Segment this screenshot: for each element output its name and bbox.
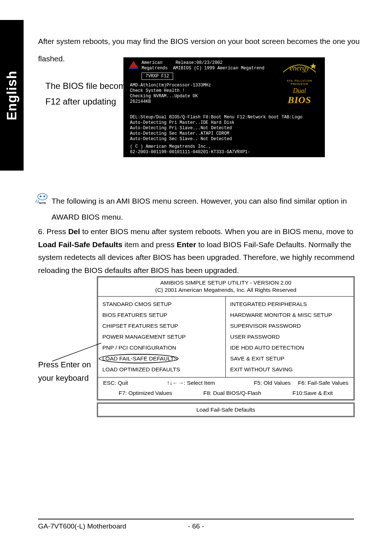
hint-arrows: ↑↓←→: Select Item xyxy=(167,380,215,386)
step-6-paragraph: 6. Press Del to enter BIOS menu after sy… xyxy=(38,225,358,277)
note-callout: NOTE The following is an AMI BIOS menu s… xyxy=(36,192,362,225)
ami-menu-prompt-box: Load Fail-Safe Defaults xyxy=(97,403,355,417)
footer-model: GA-7VT600(-L) Motherboard xyxy=(38,522,126,530)
ami-header-text: American Release:08/23/2002 Megatrends A… xyxy=(142,60,264,71)
bios-boot-screen: energy EPA POLLUTION PREVENTER Dual BIOS… xyxy=(123,57,325,157)
ami-menu-hints-2: F7: Optimized Values F8: Dual BIOS/Q-Fla… xyxy=(98,388,354,399)
ami-menu-right-col: INTEGRATED PERIPHERALS HARDWARE MONITOR … xyxy=(226,297,354,377)
ami-brand-1: American Release:08/23/2002 xyxy=(142,60,222,65)
energy-badge: energy EPA POLLUTION PREVENTER Dual BIOS xyxy=(278,60,321,106)
hint-f5: F5: Old Values xyxy=(254,380,290,386)
ami-menu-title: AMIBIOS SIMPLE SETUP UTILITY - VERSION 2… xyxy=(98,277,354,287)
ami-menu-grid: STANDARD CMOS SETUP BIOS FEATURES SETUP … xyxy=(98,297,354,377)
step6-mid1: to enter BIOS menu after system reboots.… xyxy=(80,227,354,236)
svg-rect-3 xyxy=(129,68,138,69)
epa-tagline: EPA POLLUTION PREVENTER xyxy=(278,79,321,86)
note-text: The following is an AMI BIOS menu screen… xyxy=(52,192,362,225)
bios-detect-4: Auto-Detecting Sec Slave.. Not Detected xyxy=(130,136,320,142)
hint-f10: F10:Save & Exit xyxy=(293,390,333,396)
annotation-line-2: F12 after updating xyxy=(45,94,135,109)
ami-menu-copyright: (C) 2001 American Megatrends, Inc. All R… xyxy=(98,287,354,297)
ami-brand-2: Megatrends AMIBIOS (C) 1999 American Meg… xyxy=(142,66,264,71)
dual-bios-logo: Dual BIOS xyxy=(278,87,321,106)
ami-bios-menu[interactable]: AMIBIOS SIMPLE SETUP UTILITY - VERSION 2… xyxy=(97,276,355,400)
hint-f8: F8: Dual BIOS/Q-Flash xyxy=(203,390,261,396)
hint-f6: F6: Fail-Safe Values xyxy=(298,380,348,386)
menu-item-save-exit[interactable]: SAVE & EXIT SETUP xyxy=(230,353,349,364)
menu-item-load-fail-safe[interactable]: LOAD FAIL-SAFE DEFAULTS xyxy=(102,353,221,364)
bios-copyright: ( C ) American Megatrends Inc., xyxy=(130,144,320,150)
svg-marker-1 xyxy=(310,63,317,69)
ami-menu-prompt: Load Fail-Safe Defaults xyxy=(196,407,255,413)
press-enter-l1: Press Enter on xyxy=(38,358,96,371)
hint-f7: F7: Optimized Values xyxy=(119,390,172,396)
bios-boot-hints: DEL:Steup/Dual BIOS/Q-Flash F8:Boot Menu… xyxy=(130,115,320,155)
bios-version-box: 7VRXP F12 xyxy=(142,73,173,80)
language-tab: English xyxy=(0,20,24,171)
svg-text:energy: energy xyxy=(290,64,309,72)
press-enter-l2: your keyboard xyxy=(38,371,96,385)
bios-file-annotation: The BIOS file becomes F12 after updating xyxy=(45,78,135,109)
menu-item-supervisor-password[interactable]: SUPERVISOR PASSWORD xyxy=(230,321,349,331)
bios-detect-1: Auto-Detecting Pri Master..IDE Hard Disk xyxy=(130,120,320,126)
svg-marker-2 xyxy=(129,61,138,68)
hint-esc: ESC: Quit xyxy=(103,380,128,386)
svg-text:NOTE: NOTE xyxy=(39,202,46,204)
bios-serial: 62-2003-001199-00101111-040201-KT333-GA7… xyxy=(130,150,320,155)
press-enter-annotation: Press Enter on your keyboard xyxy=(38,358,96,385)
menu-item-user-password[interactable]: USER PASSWORD xyxy=(230,331,349,342)
footer-page-number: - 66 - xyxy=(188,522,204,530)
svg-point-4 xyxy=(38,193,47,200)
page: English After system reboots, you may fi… xyxy=(0,0,392,555)
menu-item-integrated-peripherals[interactable]: INTEGRATED PERIPHERALS xyxy=(230,299,349,310)
note-icon: NOTE xyxy=(36,192,49,205)
svg-point-5 xyxy=(40,196,42,197)
menu-item-power-management[interactable]: POWER MANAGEMENT SETUP xyxy=(102,331,221,342)
menu-item-load-fail-safe-label: LOAD FAIL-SAFE DEFAULTS xyxy=(102,355,177,362)
load-fail-safe-defaults-term: Load Fail-Safe Defaults xyxy=(38,240,122,249)
bios-detect-2: Auto-Detecting Pri Slave...Not Detected xyxy=(130,126,320,131)
language-label: English xyxy=(4,70,20,120)
ami-menu-hints-1: ESC: Quit ↑↓←→: Select Item F5: Old Valu… xyxy=(98,377,354,388)
del-key: Del xyxy=(68,227,80,236)
menu-item-ide-hdd-auto[interactable]: IDE HDD AUTO DETECTION xyxy=(230,342,349,353)
page-footer: GA-7VT600(-L) Motherboard - 66 - xyxy=(38,519,354,530)
dual-word: Dual xyxy=(293,87,306,94)
menu-item-chipset-features[interactable]: CHIPSET FEATURES SETUP xyxy=(102,321,221,331)
ami-menu-left-col: STANDARD CMOS SETUP BIOS FEATURES SETUP … xyxy=(98,297,226,377)
energy-star-icon: energy xyxy=(281,60,318,78)
ami-logo-icon xyxy=(128,60,139,70)
step6-prefix: 6. Press xyxy=(38,227,68,236)
menu-item-load-optimized[interactable]: LOAD OPTIMIZED DEFAULTS xyxy=(102,364,221,375)
ami-menu-wrap: AMIBIOS SIMPLE SETUP UTILITY - VERSION 2… xyxy=(97,276,355,417)
step6-mid2: item and press xyxy=(122,240,176,249)
svg-point-6 xyxy=(44,196,45,197)
bios-word: BIOS xyxy=(288,95,311,105)
enter-key: Enter xyxy=(177,240,196,249)
bios-key-hints: DEL:Steup/Dual BIOS/Q-Flash F8:Boot Menu… xyxy=(130,115,320,120)
bios-detect-3: Auto-Detecting Sec Master..ATAPI CDROM xyxy=(130,131,320,136)
menu-item-hardware-monitor[interactable]: HARDWARE MONITOR & MISC SETUP xyxy=(230,310,349,321)
menu-item-standard-cmos[interactable]: STANDARD CMOS SETUP xyxy=(102,299,221,310)
menu-item-exit-without-saving[interactable]: EXIT WITHOUT SAVING xyxy=(230,364,349,375)
annotation-line-1: The BIOS file becomes xyxy=(45,78,135,94)
menu-item-bios-features[interactable]: BIOS FEATURES SETUP xyxy=(102,310,221,321)
menu-item-pnp-pci[interactable]: PNP / PCI CONFIGURATION xyxy=(102,342,221,353)
